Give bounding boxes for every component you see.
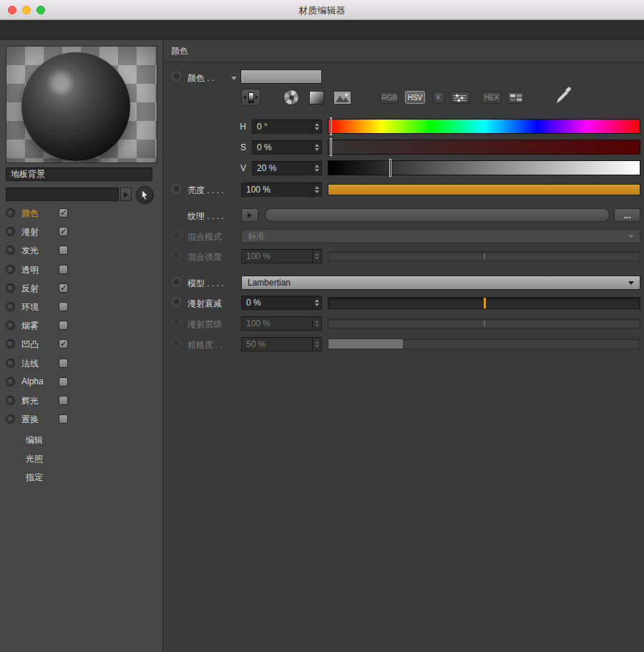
material-preview[interactable] xyxy=(6,46,157,163)
channel-checkbox[interactable] xyxy=(59,302,68,311)
hue-spinner[interactable]: 0 ° xyxy=(252,120,322,134)
color-swatch[interactable] xyxy=(240,69,322,84)
window-title: 材质编辑器 xyxy=(0,4,644,17)
channel-checkbox[interactable] xyxy=(59,245,68,255)
material-name-input[interactable] xyxy=(6,167,152,181)
brightness-slider[interactable] xyxy=(328,184,640,195)
expand-left-icon xyxy=(243,95,246,99)
sat-letter: S xyxy=(238,142,246,152)
channel-radio[interactable] xyxy=(6,396,15,405)
section-illumination[interactable]: 光照 xyxy=(26,453,43,465)
sliders-icon xyxy=(452,93,469,103)
compact-mode-button[interactable] xyxy=(241,89,260,106)
diffuse-falloff-slider[interactable] xyxy=(328,297,640,309)
color-wheel-icon[interactable] xyxy=(283,89,299,105)
channel-label[interactable]: 置换 xyxy=(21,414,39,426)
material-search-input[interactable] xyxy=(6,188,119,201)
texture-slot[interactable] xyxy=(265,208,610,222)
channel-radio[interactable] xyxy=(6,265,15,274)
val-spinner[interactable]: 20 % xyxy=(252,161,322,175)
search-dropdown-button[interactable] xyxy=(120,188,132,201)
keyframe-dot-falloff[interactable] xyxy=(172,297,181,306)
hue-gradient-bar[interactable] xyxy=(328,119,640,134)
keyframe-dot-level xyxy=(172,318,181,327)
spinner-arrows[interactable] xyxy=(312,162,321,175)
value-gradient-bar[interactable] xyxy=(328,160,640,175)
spectrum-icon[interactable] xyxy=(309,91,324,104)
diffuse-level-slider xyxy=(328,318,640,329)
channel-label[interactable]: 反射 xyxy=(21,283,39,295)
keyframe-dot-color[interactable] xyxy=(172,72,181,81)
mode-k-button[interactable]: K xyxy=(432,92,445,104)
channel-label[interactable]: 法线 xyxy=(21,358,39,370)
color-popup-icon[interactable] xyxy=(231,77,237,80)
diffuse-falloff-spinner[interactable]: 0 % xyxy=(241,296,322,310)
channel-label[interactable]: 发光 xyxy=(21,245,39,257)
channel-radio[interactable] xyxy=(6,283,15,293)
channel-checkbox[interactable] xyxy=(59,414,68,424)
mix-mode-dropdown: 标准 xyxy=(241,229,640,243)
section-assign[interactable]: 指定 xyxy=(26,472,43,484)
section-edit[interactable]: 编辑 xyxy=(26,434,43,447)
spinner-arrows[interactable] xyxy=(312,120,321,133)
channel-checkbox[interactable] xyxy=(59,377,68,386)
sat-spinner[interactable]: 0 % xyxy=(252,140,322,155)
mode-rgb-button[interactable]: RGB xyxy=(380,92,399,104)
channel-label[interactable]: 漫射 xyxy=(21,226,39,238)
channel-label[interactable]: 烟雾 xyxy=(21,320,39,332)
keyframe-dot-model[interactable] xyxy=(172,277,181,286)
brightness-spinner[interactable]: 100 % xyxy=(241,183,322,197)
channel-label[interactable]: 辉光 xyxy=(21,395,39,407)
channel-radio[interactable] xyxy=(6,208,15,218)
channel-label[interactable]: 透明 xyxy=(21,264,39,276)
channel-checkbox[interactable] xyxy=(59,339,68,349)
value-cursor[interactable] xyxy=(389,159,391,177)
mix-strength-spinner: 100 % xyxy=(241,249,322,263)
channel-radio[interactable] xyxy=(6,377,15,386)
image-picker-icon[interactable] xyxy=(333,91,351,107)
keyframe-dot-brightness[interactable] xyxy=(172,184,181,193)
pick-material-button[interactable] xyxy=(136,186,154,204)
mode-sliders-button[interactable] xyxy=(450,92,470,104)
texture-browse-button[interactable]: ... xyxy=(614,208,640,222)
channel-radio[interactable] xyxy=(6,227,15,236)
channel-radio[interactable] xyxy=(6,359,15,368)
section-header-label: 颜色 xyxy=(171,45,188,57)
keyframe-dot-roughness xyxy=(172,339,181,348)
channel-checkbox[interactable] xyxy=(59,265,68,274)
channel-label[interactable]: Alpha xyxy=(21,376,44,386)
channel-label[interactable]: 凹凸 xyxy=(21,339,39,351)
diffuse-falloff-label: 漫射衰减 xyxy=(187,298,222,310)
channel-label[interactable]: 环境 xyxy=(21,301,39,313)
channel-radio[interactable] xyxy=(6,339,15,349)
mode-swatches-button[interactable] xyxy=(507,92,525,104)
saturation-cursor[interactable] xyxy=(330,138,332,156)
mode-hex-button[interactable]: HEX xyxy=(482,92,502,104)
hue-cursor[interactable] xyxy=(330,117,332,135)
channel-checkbox[interactable] xyxy=(59,321,68,330)
mode-hsv-button[interactable]: HSV xyxy=(405,91,425,104)
channel-radio[interactable] xyxy=(6,414,15,424)
falloff-marker[interactable] xyxy=(484,298,486,308)
channel-checkbox[interactable] xyxy=(59,359,68,368)
channel-label[interactable]: 颜色 xyxy=(21,208,39,220)
channel-radio[interactable] xyxy=(6,321,15,330)
diffuse-level-value: 100 % xyxy=(246,318,270,329)
saturation-gradient-bar[interactable] xyxy=(328,140,640,155)
spinner-arrows[interactable] xyxy=(312,141,321,154)
mix-mode-value: 标准 xyxy=(248,230,265,243)
channel-radio[interactable] xyxy=(6,302,15,311)
channel-checkbox[interactable] xyxy=(59,208,68,218)
channel-checkbox[interactable] xyxy=(59,227,68,236)
spinner-arrows[interactable] xyxy=(312,183,321,196)
channel-checkbox[interactable] xyxy=(59,283,68,293)
eyedropper-icon[interactable] xyxy=(555,86,572,107)
channel-checkbox[interactable] xyxy=(59,396,68,405)
swatches-icon xyxy=(509,93,523,102)
channel-radio[interactable] xyxy=(6,245,15,255)
chevron-down-icon xyxy=(628,281,634,285)
spinner-arrows[interactable] xyxy=(312,296,321,309)
dropdown-arrow-icon xyxy=(124,192,128,198)
texture-expand-button[interactable] xyxy=(241,208,258,222)
model-dropdown[interactable]: Lambertian xyxy=(241,276,640,290)
